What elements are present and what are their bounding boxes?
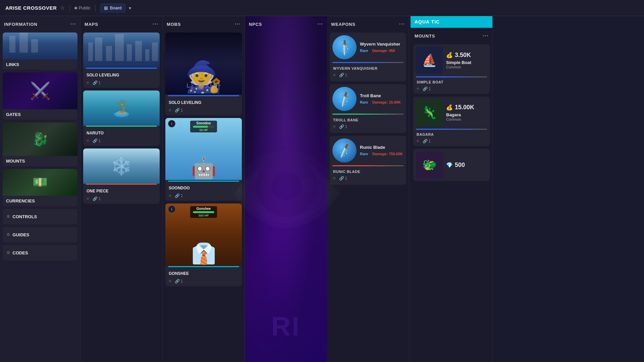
- soondoo-hp-bar: Soondoo 50 HP: [190, 121, 217, 132]
- troll-rarity: Rare: [360, 100, 368, 104]
- gates-image: ⚔️: [3, 72, 77, 109]
- attach-icon10: 🔗: [423, 86, 428, 91]
- links-image: [3, 33, 77, 59]
- list-icon11: ≡: [417, 138, 419, 143]
- wyvern-damage: Damage: 450: [372, 49, 395, 53]
- map-op-accent: [86, 184, 157, 185]
- aquatic-header: AQUA TIC: [411, 16, 492, 28]
- mob-info-icon: i: [168, 120, 175, 127]
- mount-card-bagara[interactable]: 🦎 💰 15.00K Bagara Common BAGARA ≡ 🔗 1: [413, 97, 490, 146]
- boat-price-icon: 💰: [446, 52, 453, 58]
- gem-mount-price-value: 500: [455, 162, 465, 169]
- runic-name: Runic Blade: [360, 145, 404, 150]
- map-solo-leveling-image: [83, 33, 160, 68]
- guides-item[interactable]: ≡ GUIDES: [3, 227, 77, 242]
- chevron-down-icon[interactable]: ▾: [129, 5, 131, 11]
- weapons-more-icon[interactable]: ···: [399, 21, 405, 28]
- bagara-attach-count: 1: [429, 139, 431, 143]
- npcs-more-icon[interactable]: ···: [317, 21, 323, 28]
- topbar: ARISE CROSSOVER ☆ Public ⊞ Board ▾: [0, 0, 644, 16]
- map-naruto-accent: [86, 126, 157, 127]
- map-card-solo-leveling[interactable]: SOLO LEVELING ≡ 🔗 1: [83, 33, 160, 88]
- mounts-sidebar-card[interactable]: 🐉 MOUNTS: [3, 122, 77, 166]
- bagara-top: 🦎 💰 15.00K Bagara Common: [413, 97, 490, 129]
- npcs-column: 👁️ RI NPCS ···: [245, 16, 327, 362]
- list-icon5: ≡: [169, 193, 171, 198]
- map-onepiece-image: ❄️: [83, 148, 160, 184]
- gonshee-hp-text: 500 HP: [199, 214, 209, 217]
- list-icon2: ≡: [87, 138, 89, 143]
- mount-card-gem[interactable]: 🐲 💎 500: [413, 149, 490, 181]
- links-card[interactable]: LINKS: [3, 33, 77, 70]
- visibility-indicator: Public: [74, 5, 90, 10]
- arise-watermark: RI: [271, 311, 301, 342]
- mob-card-solo-leveling[interactable]: 🧙 나 혼자만 SOLO LEVELING ≡ 🔗 1: [165, 33, 242, 115]
- troll-label: TROLL BANE: [330, 116, 406, 123]
- weapon-card-troll-bane[interactable]: 🗡️ Troll Bane Rare Damage: 15.00K TROLL …: [330, 84, 406, 133]
- troll-name: Troll Bane: [360, 93, 404, 98]
- star-icon[interactable]: ☆: [60, 5, 65, 11]
- mounts-header: MOUNTS ···: [411, 28, 492, 43]
- public-dot-icon: [74, 7, 77, 9]
- bagara-price-icon: 💰: [446, 104, 453, 111]
- boat-attach: 🔗 1: [423, 86, 431, 91]
- attach-count3: 1: [99, 196, 101, 201]
- boat-info: 💰 3.50K Simple Boat Common: [446, 52, 487, 69]
- boat-name: Simple Boat: [446, 60, 487, 65]
- maps-more-icon[interactable]: ···: [153, 21, 158, 28]
- list-icon7: ≡: [333, 72, 336, 77]
- map-naruto-title: NARUTO: [83, 128, 160, 137]
- controls-item[interactable]: ≡ CONTROLS: [3, 209, 77, 224]
- gonshee-name: Gonshee: [197, 207, 211, 210]
- mobs-more-icon[interactable]: ···: [235, 21, 240, 28]
- list-icon-controls: ≡: [7, 214, 10, 220]
- wyvern-label: WYVERN VANQUISHER: [330, 64, 406, 71]
- gonshee-hp-bar-fill: [193, 211, 214, 213]
- attach-count: 1: [99, 80, 101, 85]
- mounts-image: 🐉: [3, 122, 77, 156]
- attach-icon3: 🔗: [93, 196, 98, 201]
- mob-info-icon2: i: [168, 205, 175, 213]
- guides-label: GUIDES: [12, 232, 29, 237]
- maps-header: MAPS ···: [80, 16, 162, 31]
- list-icon8: ≡: [333, 124, 336, 129]
- boat-footer: ≡ 🔗 1: [413, 85, 490, 94]
- troll-rarity-damage: Rare Damage: 15.00K: [360, 99, 404, 105]
- attach-icon6: 🔗: [175, 279, 180, 284]
- information-more-icon[interactable]: ···: [70, 21, 76, 28]
- controls-label: CONTROLS: [12, 214, 37, 219]
- map-card-one-piece[interactable]: ❄️ ONE PIECE ≡ 🔗 1: [83, 148, 160, 204]
- gates-card[interactable]: ⚔️ GATES: [3, 72, 77, 120]
- separator: [69, 5, 70, 11]
- wyvern-rarity-damage: Rare Damage: 450: [360, 47, 404, 53]
- attach-icon11: 🔗: [423, 139, 428, 143]
- board-button[interactable]: ⊞ Board: [100, 4, 125, 12]
- weapon-card-wyvern[interactable]: 🗡️ Wyvern Vanquisher Rare Damage: 450 WY…: [330, 33, 406, 81]
- list-icon-codes: ≡: [7, 250, 10, 256]
- mob-gonshee-attach-count: 1: [181, 279, 183, 284]
- mob-soondoo-attach-count: 1: [181, 193, 183, 198]
- wyvern-accent: [332, 62, 404, 63]
- app-title: ARISE CROSSOVER: [5, 5, 57, 11]
- codes-item[interactable]: ≡ CODES: [3, 245, 77, 260]
- boat-top: ⛵ 💰 3.50K Simple Boat Common: [413, 44, 490, 76]
- mob-gonshee-attach: 🔗 1: [175, 279, 183, 284]
- bagara-name: Bagara: [446, 112, 487, 117]
- mob-sl-footer: ≡ 🔗 1: [165, 106, 242, 115]
- boat-label: SIMPLE BOAT: [413, 79, 490, 85]
- weapons-header: WEAPONS ···: [327, 16, 409, 31]
- wyvern-name: Wyvern Vanquisher: [360, 42, 404, 47]
- boat-attach-count: 1: [429, 86, 431, 91]
- gem-mount-price: 💎 500: [446, 162, 487, 169]
- mounts-more-icon[interactable]: ···: [483, 33, 488, 40]
- list-icon6: ≡: [169, 279, 171, 284]
- map-card-naruto[interactable]: 🏝️ NARUTO ≡ 🔗 1: [83, 90, 160, 146]
- information-title: INFORMATION: [4, 22, 38, 27]
- gem-mount-top: 🐲 💎 500: [413, 149, 490, 181]
- mob-gonshee-title: GONSHEE: [165, 268, 242, 277]
- attachment-count3: 🔗 1: [93, 196, 101, 201]
- boat-price-value: 3.50K: [455, 52, 471, 59]
- currencies-card[interactable]: 💵 CURRENCIES: [3, 169, 77, 206]
- hp-bar-track: [193, 126, 214, 128]
- mount-card-simple-boat[interactable]: ⛵ 💰 3.50K Simple Boat Common SIMPLE BOAT…: [413, 44, 490, 94]
